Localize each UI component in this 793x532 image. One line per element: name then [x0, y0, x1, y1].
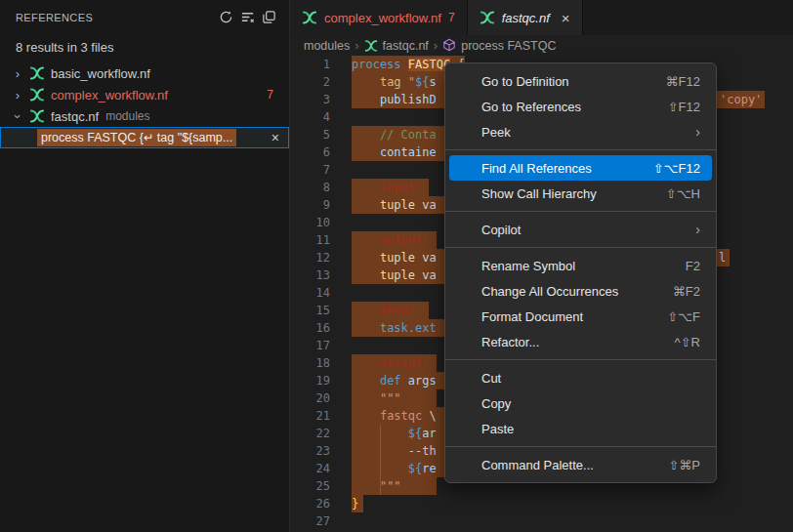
- code-text: """: [352, 479, 401, 493]
- code-fragment-right-of-menu: 'copy': [720, 91, 762, 108]
- line-number[interactable]: 18: [290, 354, 330, 372]
- reference-result-row[interactable]: process FASTQC {↵ tag "${samp... ×: [0, 127, 289, 148]
- nextflow-file-icon: [302, 10, 317, 25]
- breadcrumb-item[interactable]: fastqc.nf: [364, 38, 429, 53]
- menu-separator: [445, 446, 716, 447]
- menu-item-label: Refactor...: [481, 335, 675, 349]
- tab-label: fastqc.nf: [502, 11, 550, 25]
- line-number[interactable]: 6: [290, 143, 330, 161]
- menu-item-shortcut: ^⇧R: [675, 335, 700, 349]
- line-number[interactable]: 15: [290, 302, 330, 319]
- menu-item-label: Go to References: [481, 100, 668, 114]
- tree-chevron-icon[interactable]: ›: [10, 66, 25, 81]
- menu-item-copilot[interactable]: Copilot›: [449, 217, 712, 242]
- line-number[interactable]: 17: [290, 337, 330, 354]
- line-number[interactable]: 5: [290, 126, 330, 143]
- code-line-content: when:: [352, 302, 415, 319]
- tree-chevron-icon[interactable]: ›: [10, 109, 25, 124]
- line-number[interactable]: 24: [290, 460, 330, 477]
- code-line-content: tag "${s: [352, 73, 437, 91]
- editor-tab[interactable]: complex_workflow.nf7: [290, 0, 468, 35]
- breadcrumb-separator: ›: [355, 38, 358, 53]
- line-number[interactable]: 4: [290, 108, 330, 126]
- refresh-icon[interactable]: [215, 7, 236, 28]
- code-text: tuple va: [352, 198, 437, 212]
- symbol-cube-icon: [442, 38, 457, 53]
- breadcrumb-label: process FASTQC: [461, 39, 556, 53]
- menu-item-label: Cut: [481, 371, 700, 386]
- line-number[interactable]: 1: [290, 56, 330, 73]
- code-line-content: ${ar: [352, 425, 437, 442]
- code-text: containe: [352, 145, 437, 159]
- line-number[interactable]: 23: [290, 442, 330, 460]
- nextflow-file-icon: [29, 65, 45, 81]
- line-number[interactable]: 21: [290, 407, 330, 425]
- line-number[interactable]: 19: [290, 372, 330, 389]
- code-line-content: containe: [352, 143, 437, 161]
- line-number[interactable]: 22: [290, 425, 330, 442]
- menu-item-shortcut: ⌘F2: [673, 284, 700, 299]
- line-number[interactable]: 11: [290, 231, 330, 249]
- dismiss-result-icon[interactable]: ×: [271, 131, 279, 144]
- line-number[interactable]: 27: [290, 512, 330, 530]
- collapse-all-icon[interactable]: [258, 7, 279, 28]
- line-number[interactable]: 12: [290, 249, 330, 266]
- menu-item-show-call-hierarchy[interactable]: Show Call Hierarchy⇧⌥H: [449, 181, 712, 206]
- menu-item-go-to-references[interactable]: Go to References⇧F12: [449, 94, 712, 119]
- line-number[interactable]: 8: [290, 179, 330, 196]
- menu-item-find-all-references[interactable]: Find All References⇧⌥F12: [449, 155, 712, 181]
- menu-item-label: Change All Occurrences: [481, 284, 673, 299]
- code-line-content: publishD'copy': [352, 91, 437, 108]
- menu-item-refactor[interactable]: Refactor...^⇧R: [449, 329, 712, 354]
- line-number[interactable]: 13: [290, 266, 330, 284]
- code-text: ${ar: [352, 427, 437, 440]
- reference-file-row[interactable]: ›basic_workflow.nf: [0, 62, 289, 84]
- code-line-content: fastqc \: [352, 407, 437, 425]
- clear-all-icon[interactable]: [236, 7, 258, 28]
- code-text: task.ext: [352, 321, 437, 335]
- menu-item-command-palette[interactable]: Command Palette...⇧⌘P: [449, 452, 712, 477]
- line-number[interactable]: 7: [290, 161, 330, 179]
- reference-file-row[interactable]: ›complex_workflow.nf7: [0, 84, 289, 105]
- line-number[interactable]: 9: [290, 196, 330, 214]
- menu-item-cut[interactable]: Cut: [449, 365, 712, 390]
- menu-item-shortcut: ⇧⌥H: [666, 186, 700, 201]
- code-line[interactable]: 26}: [290, 495, 793, 512]
- code-line-content: tuple va: [352, 196, 437, 214]
- line-number[interactable]: 3: [290, 91, 330, 108]
- line-number[interactable]: 14: [290, 284, 330, 302]
- menu-item-copy[interactable]: Copy: [449, 390, 712, 416]
- submenu-arrow-icon: ›: [695, 124, 700, 140]
- code-line[interactable]: 27: [290, 512, 793, 530]
- reference-file-row[interactable]: ›fastqc.nfmodules: [0, 105, 289, 127]
- menu-item-rename-symbol[interactable]: Rename SymbolF2: [449, 253, 712, 278]
- menu-separator: [445, 247, 716, 248]
- menu-item-shortcut: ⌘F12: [666, 74, 700, 89]
- menu-item-label: Paste: [481, 422, 700, 436]
- menu-item-paste[interactable]: Paste: [449, 416, 712, 441]
- tree-chevron-icon[interactable]: ›: [10, 88, 25, 102]
- line-number[interactable]: 25: [290, 477, 330, 495]
- code-text: input:: [352, 181, 422, 194]
- line-number[interactable]: 2: [290, 73, 330, 91]
- menu-item-label: Rename Symbol: [481, 259, 686, 273]
- menu-item-label: Go to Definition: [481, 74, 666, 89]
- tab-close-icon[interactable]: ×: [562, 11, 570, 25]
- menu-item-change-all-occurrences[interactable]: Change All Occurrences⌘F2: [449, 278, 712, 304]
- menu-item-peek[interactable]: Peek›: [449, 119, 712, 144]
- menu-item-format-document[interactable]: Format Document⇧⌥F: [449, 304, 712, 329]
- breadcrumb-item[interactable]: process FASTQC: [442, 38, 556, 53]
- breadcrumb-label: fastqc.nf: [383, 39, 429, 53]
- code-line-content: --th: [352, 442, 437, 460]
- menu-item-shortcut: ⇧⌥F: [667, 309, 700, 324]
- line-number[interactable]: 26: [290, 495, 330, 512]
- code-fragment-right-of-menu: l: [719, 249, 726, 266]
- breadcrumb: modules›fastqc.nf›process FASTQC: [290, 35, 793, 56]
- editor-tab[interactable]: fastqc.nf×: [468, 0, 583, 35]
- line-number[interactable]: 10: [290, 214, 330, 231]
- line-number[interactable]: 20: [290, 389, 330, 407]
- line-number[interactable]: 16: [290, 319, 330, 337]
- menu-item-go-to-definition[interactable]: Go to Definition⌘F12: [449, 68, 712, 94]
- breadcrumb-item[interactable]: modules: [304, 39, 350, 53]
- code-text: fastqc \: [352, 409, 437, 423]
